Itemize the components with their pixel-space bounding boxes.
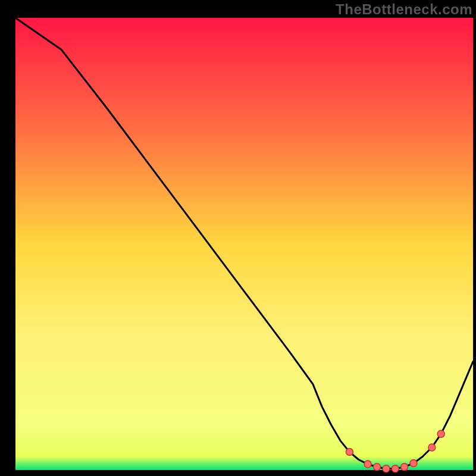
curve-marker	[401, 464, 408, 471]
curve-marker	[437, 430, 444, 437]
curve-marker	[383, 465, 390, 472]
chart-frame: TheBottleneck.com	[0, 0, 476, 476]
curve-marker	[364, 461, 371, 468]
bottleneck-chart	[0, 0, 476, 476]
curve-marker	[374, 464, 381, 471]
curve-marker	[346, 449, 353, 456]
curve-marker	[428, 444, 436, 451]
curve-marker	[392, 465, 399, 472]
watermark-text: TheBottleneck.com	[336, 1, 472, 18]
gradient-background	[15, 18, 473, 470]
curve-marker	[410, 460, 417, 467]
